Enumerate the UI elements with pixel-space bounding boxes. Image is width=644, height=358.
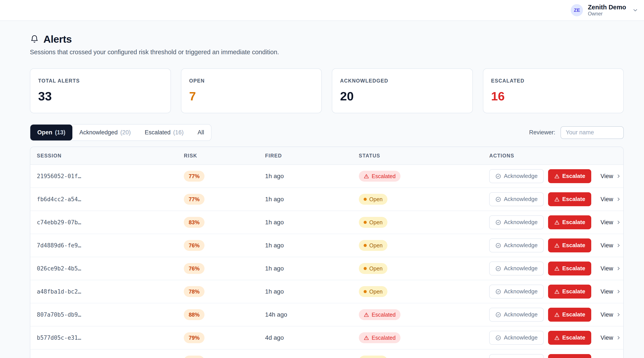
check-circle-icon: [495, 173, 501, 179]
status-badge: Open: [359, 240, 388, 251]
chevron-right-icon: [616, 335, 621, 340]
status-dot-icon: [364, 221, 367, 224]
stat-label: ESCALATED: [491, 78, 616, 84]
view-link[interactable]: View: [600, 335, 621, 341]
warning-triangle-icon: [554, 335, 560, 341]
acknowledge-button[interactable]: Acknowledge: [489, 215, 544, 229]
tab-label: Escalated: [145, 129, 171, 136]
status-badge: Open: [359, 194, 388, 205]
risk-badge: 76%: [184, 263, 204, 274]
tab-label: Acknowledged: [79, 129, 118, 136]
row-actions: Acknowledge Escalate View: [489, 308, 623, 321]
escalate-button[interactable]: Escalate: [548, 262, 592, 275]
escalate-button[interactable]: Escalate: [548, 215, 592, 229]
view-link[interactable]: View: [600, 288, 621, 295]
table-row: fb6d4cc2-a54… 77% 1h ago Open: [30, 188, 623, 211]
stat-value: 33: [38, 89, 163, 103]
session-id: 026ce9b2-4b5…: [37, 265, 81, 272]
status-label: Escalated: [372, 335, 396, 341]
row-actions: Acknowledge Escalate View: [489, 262, 623, 275]
filter-row: Open (13) Acknowledged (20) Escalated (1…: [30, 124, 624, 141]
risk-badge: 78%: [184, 286, 204, 297]
tab-escalated[interactable]: Escalated (16): [138, 125, 191, 141]
view-link[interactable]: View: [600, 196, 621, 203]
view-label: View: [600, 335, 613, 341]
status-label: Open: [369, 219, 382, 226]
view-link[interactable]: View: [600, 265, 621, 272]
risk-badge: 88%: [184, 309, 204, 320]
alerts-table-card: SESSION RISK FIRED STATUS ACTIONS 219560…: [30, 147, 624, 358]
reviewer-control: Reviewer:: [529, 126, 624, 139]
escalate-button[interactable]: Escalate: [548, 192, 592, 206]
table-row: 807a70b5-db9… 88% 14h ago Escalated: [30, 303, 623, 326]
check-circle-icon: [495, 335, 501, 341]
alerts-table-body: 21956052-01f… 77% 1h ago Escalated: [30, 165, 623, 358]
escalate-button[interactable]: Escalate: [548, 169, 592, 183]
check-circle-icon: [495, 312, 501, 318]
acknowledge-label: Acknowledge: [504, 334, 538, 341]
view-label: View: [600, 288, 613, 295]
escalate-button[interactable]: Escalate: [548, 331, 592, 345]
col-session: SESSION: [30, 147, 184, 165]
reviewer-label: Reviewer:: [529, 129, 555, 136]
table-row: f8d18622-90e… 89% 7d ago Open: [30, 349, 623, 358]
escalate-button[interactable]: Escalate: [548, 308, 592, 321]
row-actions: Acknowledge Escalate View: [489, 285, 623, 298]
tab-open[interactable]: Open (13): [30, 125, 72, 141]
tab-all[interactable]: All: [190, 125, 211, 141]
row-actions: Acknowledge Escalate View: [489, 192, 623, 206]
row-actions: Acknowledge Escalate View: [489, 215, 623, 229]
acknowledge-button[interactable]: Acknowledge: [489, 354, 544, 358]
acknowledge-button[interactable]: Acknowledge: [489, 331, 544, 345]
view-label: View: [600, 311, 613, 318]
check-circle-icon: [495, 243, 501, 248]
status-badge: Open: [359, 286, 388, 297]
table-header-row: SESSION RISK FIRED STATUS ACTIONS: [30, 147, 623, 165]
risk-badge: 77%: [184, 194, 204, 205]
session-id: 7d4889d6-fe9…: [37, 242, 81, 249]
escalate-button[interactable]: Escalate: [548, 285, 592, 298]
alerts-page: Alerts Sessions that crossed your config…: [0, 21, 644, 358]
session-id: 21956052-01f…: [37, 173, 81, 179]
escalate-button[interactable]: Escalate: [548, 354, 592, 358]
view-link[interactable]: View: [600, 173, 621, 180]
acknowledge-button[interactable]: Acknowledge: [489, 192, 544, 206]
warning-triangle-icon: [364, 335, 369, 341]
view-link[interactable]: View: [600, 311, 621, 318]
col-risk: RISK: [184, 147, 265, 165]
user-menu[interactable]: ZE Zenith Demo Owner: [571, 4, 638, 17]
warning-triangle-icon: [554, 266, 560, 271]
view-link[interactable]: View: [600, 219, 621, 226]
acknowledge-label: Acknowledge: [504, 265, 538, 272]
avatar: ZE: [571, 4, 583, 16]
view-label: View: [600, 196, 613, 203]
status-dot-icon: [364, 267, 367, 270]
acknowledge-button[interactable]: Acknowledge: [489, 285, 544, 298]
view-label: View: [600, 265, 613, 272]
chevron-right-icon: [616, 243, 621, 248]
chevron-right-icon: [616, 312, 621, 317]
status-label: Escalated: [372, 173, 396, 179]
reviewer-input[interactable]: [560, 126, 624, 139]
warning-triangle-icon: [364, 174, 369, 179]
chevron-right-icon: [616, 266, 621, 271]
user-name: Zenith Demo: [588, 4, 626, 11]
status-badge: Open: [359, 356, 388, 358]
view-link[interactable]: View: [600, 242, 621, 249]
tab-label: All: [198, 129, 204, 136]
tab-acknowledged[interactable]: Acknowledged (20): [72, 125, 138, 141]
acknowledge-button[interactable]: Acknowledge: [489, 238, 544, 252]
fired-time: 1h ago: [265, 219, 284, 226]
fired-time: 1h ago: [265, 242, 284, 249]
tab-count: (16): [173, 129, 184, 136]
acknowledge-button[interactable]: Acknowledge: [489, 169, 544, 183]
acknowledge-label: Acknowledge: [504, 242, 538, 249]
col-fired: FIRED: [265, 147, 359, 165]
col-actions: ACTIONS: [489, 147, 623, 165]
session-id: a48fba1d-bc2…: [37, 288, 81, 295]
escalate-button[interactable]: Escalate: [548, 238, 592, 252]
warning-triangle-icon: [364, 312, 369, 318]
acknowledge-button[interactable]: Acknowledge: [489, 262, 544, 275]
page-header: Alerts Sessions that crossed your config…: [30, 33, 624, 56]
acknowledge-button[interactable]: Acknowledge: [489, 308, 544, 321]
